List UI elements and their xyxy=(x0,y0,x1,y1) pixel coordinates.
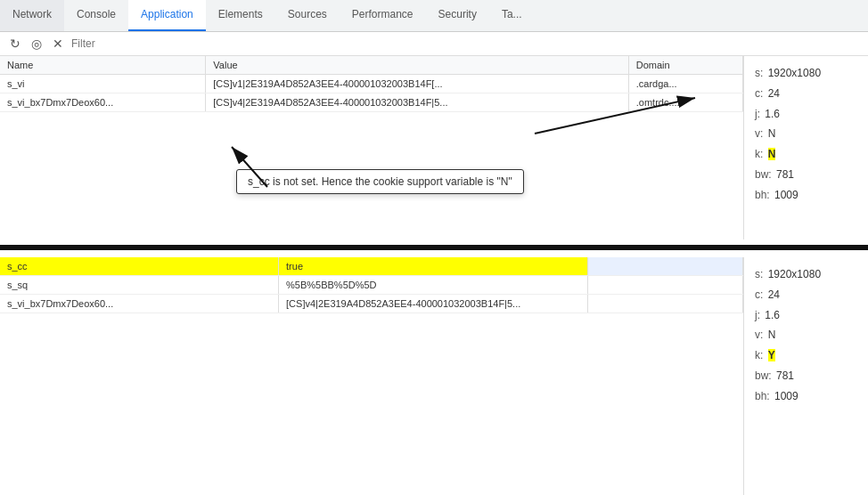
cell-name-highlighted: s_cc xyxy=(0,257,279,276)
tab-performance[interactable]: Performance xyxy=(340,0,426,31)
tab-security[interactable]: Security xyxy=(426,0,489,31)
top-info-panel: s: 1920x1080 c: 24 j: 1.6 v: N k: N bw: … xyxy=(743,56,868,239)
top-main-content: Name Value Domain s_vi [CS]v1|2E319A4D85… xyxy=(0,56,868,239)
top-panel: Network Console Application Elements Sou… xyxy=(0,0,868,248)
filter-bar: ↻ ◎ ✕ xyxy=(0,32,868,56)
cookies-table-bottom: s_cc true s_sq %5B%5BB%5D%5D s_vi_bx7Dmx… xyxy=(0,257,743,313)
block-icon[interactable]: ◎ xyxy=(29,36,45,52)
info-s: s: 1920x1080 xyxy=(755,63,857,84)
info-j-bottom: j: 1.6 xyxy=(755,305,857,326)
tab-sources[interactable]: Sources xyxy=(275,0,340,31)
cell-name: s_vi_bx7Dmx7Deox60... xyxy=(0,295,279,313)
col-header-domain: Domain xyxy=(628,56,742,75)
info-k-top: k: N xyxy=(755,144,857,165)
info-bh: bh: 1009 xyxy=(755,185,857,206)
info-bh-bottom: bh: 1009 xyxy=(755,386,857,407)
cell-name: s_sq xyxy=(0,276,279,295)
col-header-value: Value xyxy=(206,56,628,75)
info-v: v: N xyxy=(755,124,857,144)
bottom-table-container: s_cc true s_sq %5B%5BB%5D%5D s_vi_bx7Dmx… xyxy=(0,257,743,495)
bottom-main-content: s_cc true s_sq %5B%5BB%5D%5D s_vi_bx7Dmx… xyxy=(0,257,868,495)
cell-domain: .omtrdc.... xyxy=(628,93,742,112)
info-c: c: 24 xyxy=(755,84,857,104)
bottom-info-panel: s: 1920x1080 c: 24 j: 1.6 v: N k: Y bw: … xyxy=(743,257,868,495)
cell-domain xyxy=(588,295,743,313)
info-v-bottom: v: N xyxy=(755,325,857,345)
table-row[interactable]: s_vi_bx7Dmx7Deox60... [CS]v4|2E319A4D852… xyxy=(0,93,743,112)
cell-domain xyxy=(588,276,743,295)
cell-value: [CS]v4|2E319A4D852A3EE4-400001032003B14F… xyxy=(279,295,588,313)
clear-icon[interactable]: ✕ xyxy=(50,36,66,52)
top-table-container: Name Value Domain s_vi [CS]v1|2E319A4D85… xyxy=(0,56,743,239)
tab-elements[interactable]: Elements xyxy=(206,0,275,31)
info-j: j: 1.6 xyxy=(755,104,857,125)
cell-domain xyxy=(588,257,743,276)
top-callout: s_cc is not set. Hence the cookie suppor… xyxy=(236,169,524,194)
table-row[interactable]: s_sq %5B%5BB%5D%5D xyxy=(0,276,743,295)
cell-domain: .cardga... xyxy=(628,75,742,93)
col-header-name: Name xyxy=(0,56,206,75)
cell-value: [CS]v1|2E319A4D852A3EE4-400001032003B14F… xyxy=(206,75,628,93)
cell-value: [CS]v4|2E319A4D852A3EE4-400001032003B14F… xyxy=(206,93,628,112)
panel-separator xyxy=(0,248,868,250)
cell-name: s_vi_bx7Dmx7Deox60... xyxy=(0,93,206,112)
cell-value: %5B%5BB%5D%5D xyxy=(279,276,588,295)
info-bw-bottom: bw: 781 xyxy=(755,366,857,386)
info-s-bottom: s: 1920x1080 xyxy=(755,264,857,285)
info-bw: bw: 781 xyxy=(755,165,857,185)
info-c-bottom: c: 24 xyxy=(755,285,857,305)
cell-name: s_vi xyxy=(0,75,206,93)
cell-value-highlighted: true xyxy=(279,257,588,276)
tab-application[interactable]: Application xyxy=(128,0,206,31)
tab-more[interactable]: Ta... xyxy=(489,0,535,31)
tab-console[interactable]: Console xyxy=(64,0,128,31)
table-row-highlighted[interactable]: s_cc true xyxy=(0,257,743,276)
filter-input[interactable] xyxy=(71,37,861,50)
refresh-icon[interactable]: ↻ xyxy=(7,36,23,52)
table-row[interactable]: s_vi_bx7Dmx7Deox60... [CS]v4|2E319A4D852… xyxy=(0,295,743,313)
cookies-table-top: Name Value Domain s_vi [CS]v1|2E319A4D85… xyxy=(0,56,743,112)
tabs-bar: Network Console Application Elements Sou… xyxy=(0,0,868,32)
tab-network[interactable]: Network xyxy=(0,0,64,31)
table-row[interactable]: s_vi [CS]v1|2E319A4D852A3EE4-40000103200… xyxy=(0,75,743,93)
info-k-bottom: k: Y xyxy=(755,345,857,366)
bottom-panel: s_cc true s_sq %5B%5BB%5D%5D s_vi_bx7Dmx… xyxy=(0,257,868,495)
